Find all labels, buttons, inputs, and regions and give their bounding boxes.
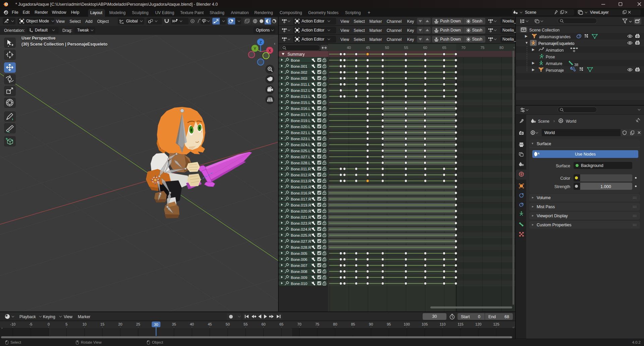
svg-text:Bone.010: Bone.010: [291, 282, 307, 286]
svg-text:-5: -5: [29, 322, 33, 326]
svg-text:Bone.005: Bone.005: [291, 251, 307, 255]
svg-text:80: 80: [499, 46, 503, 50]
svg-text:Bone.025.R: Bone.025.R: [291, 233, 311, 237]
svg-text:Bone.011.R: Bone.011.R: [291, 167, 311, 171]
svg-text:45: 45: [208, 322, 212, 326]
svg-text:Bone.027.L: Bone.027.L: [291, 155, 311, 159]
svg-text:100: 100: [404, 322, 410, 326]
svg-text:Bone.023.L: Bone.023.L: [291, 137, 311, 141]
svg-text:20: 20: [118, 322, 122, 326]
svg-text:10: 10: [83, 322, 87, 326]
svg-text:-10: -10: [10, 322, 15, 326]
svg-text:Y: Y: [254, 47, 256, 51]
svg-text:80: 80: [333, 322, 337, 326]
svg-text:Bone.021.R: Bone.021.R: [291, 215, 311, 219]
svg-text:65: 65: [279, 322, 283, 326]
svg-text:Bone.028.R: Bone.028.R: [291, 245, 311, 249]
svg-text:Bone.012.R: Bone.012.R: [291, 173, 311, 177]
svg-text:Bone.009: Bone.009: [291, 276, 307, 280]
svg-text:105: 105: [422, 322, 428, 326]
svg-text:90: 90: [369, 322, 373, 326]
svg-text:Bone.020.R: Bone.020.R: [291, 209, 311, 213]
svg-text:75: 75: [480, 46, 484, 50]
svg-text:Bone.008: Bone.008: [291, 270, 307, 274]
svg-text:55: 55: [244, 322, 248, 326]
svg-text:40: 40: [190, 322, 194, 326]
svg-text:Bone.016.R: Bone.016.R: [291, 191, 311, 195]
svg-text:110: 110: [440, 322, 446, 326]
svg-text:Bone.017.L: Bone.017.L: [291, 113, 311, 117]
svg-text:Bone.012.L: Bone.012.L: [291, 89, 311, 93]
svg-text:35: 35: [172, 322, 176, 326]
svg-text:115: 115: [458, 322, 464, 326]
svg-text:55: 55: [404, 46, 408, 50]
svg-text:Bone.013.R: Bone.013.R: [291, 179, 311, 183]
svg-text:Bone.015.R: Bone.015.R: [291, 185, 311, 189]
svg-text:60: 60: [261, 322, 265, 326]
svg-text:Bone.015.L: Bone.015.L: [291, 101, 311, 105]
svg-text:Bone.011.L: Bone.011.L: [291, 82, 311, 86]
svg-text:Bone.003: Bone.003: [291, 76, 307, 80]
svg-text:70: 70: [297, 322, 301, 326]
svg-text:Bone.007: Bone.007: [291, 264, 307, 268]
svg-text:25: 25: [136, 322, 140, 326]
svg-text:125: 125: [493, 322, 499, 326]
svg-text:50: 50: [385, 46, 389, 50]
svg-text:40: 40: [347, 46, 351, 50]
svg-text:Bone.024.L: Bone.024.L: [291, 143, 311, 147]
svg-text:Z: Z: [260, 40, 262, 44]
svg-text:45: 45: [366, 46, 370, 50]
svg-text:Bone.019.L: Bone.019.L: [291, 119, 311, 123]
svg-text:85: 85: [351, 322, 355, 326]
svg-text:Bone.023.R: Bone.023.R: [291, 221, 311, 225]
svg-text:95: 95: [387, 322, 391, 326]
svg-text:5: 5: [65, 322, 67, 326]
svg-text:75: 75: [315, 322, 319, 326]
svg-text:Bone.006: Bone.006: [291, 257, 307, 262]
svg-text:Bone: Bone: [291, 58, 300, 62]
svg-text:Bone.017.R: Bone.017.R: [291, 197, 311, 201]
svg-text:0: 0: [48, 322, 50, 326]
svg-text:70: 70: [461, 46, 465, 50]
svg-text:65: 65: [442, 46, 446, 50]
svg-text:‹: ‹: [513, 325, 514, 329]
svg-text:Bone.025.L: Bone.025.L: [291, 149, 311, 153]
svg-text:X: X: [268, 49, 271, 53]
svg-text:Bone.021.L: Bone.021.L: [291, 131, 311, 135]
svg-text:Bone.013.L: Bone.013.L: [291, 95, 311, 99]
svg-text:Bone.020.L: Bone.020.L: [291, 125, 311, 129]
svg-text:Bone.002: Bone.002: [291, 70, 307, 74]
svg-text:Bone.027.R: Bone.027.R: [291, 239, 311, 243]
svg-text:Bone.001: Bone.001: [291, 64, 307, 68]
svg-text:Bone.024.R: Bone.024.R: [291, 227, 311, 231]
svg-text:Bone.028.L: Bone.028.L: [291, 161, 311, 165]
svg-text:15: 15: [100, 322, 104, 326]
svg-text:Bone.019.R: Bone.019.R: [291, 203, 311, 207]
svg-text:30: 30: [154, 323, 158, 327]
svg-text:50: 50: [226, 322, 230, 326]
svg-text:120: 120: [475, 322, 481, 326]
svg-text:Summary: Summary: [287, 52, 305, 57]
svg-text:›: ›: [1, 326, 3, 330]
svg-text:‹: ‹: [514, 46, 515, 49]
svg-text:60: 60: [423, 46, 427, 50]
svg-text:Bone.016.L: Bone.016.L: [291, 107, 311, 111]
